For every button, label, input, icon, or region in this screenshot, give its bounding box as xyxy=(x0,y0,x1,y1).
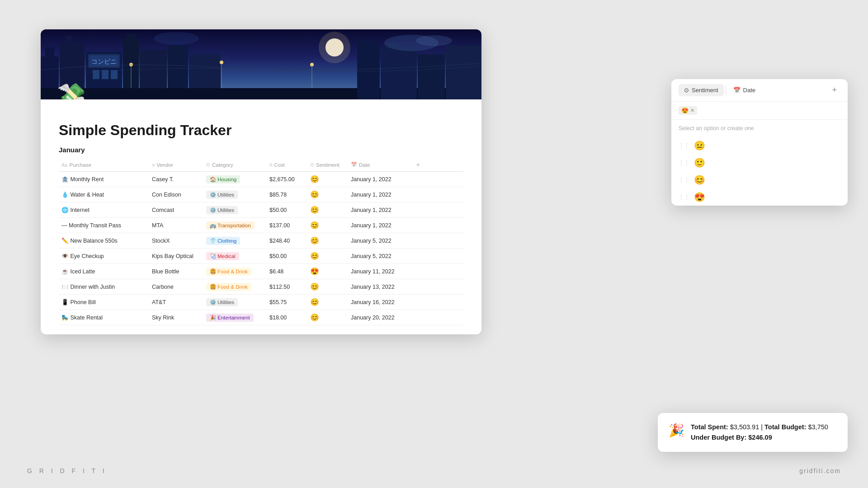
cell-sentiment[interactable]: 😊 xyxy=(307,234,348,247)
category-badge: ⚙️ Utilities xyxy=(206,206,238,214)
dropdown-search-row: 😍 ✕ xyxy=(671,102,848,120)
sentiment-emoji: 😊 xyxy=(310,298,319,306)
svg-rect-4 xyxy=(45,47,54,56)
dropdown-option[interactable]: ⋮⋮ 😊 xyxy=(671,171,848,188)
cat-label: Utilities xyxy=(217,207,234,213)
svg-rect-12 xyxy=(102,70,108,79)
remove-tag-button[interactable]: ✕ xyxy=(690,108,694,113)
sentiment-search-input[interactable] xyxy=(701,107,840,114)
tab-sentiment[interactable]: ⊙ Sentiment xyxy=(679,84,724,96)
table-row[interactable]: 🍽️ Dinner with Justin Carbone 🍔 Food & D… xyxy=(59,279,463,295)
cell-category[interactable]: 🚌 Transportation xyxy=(203,219,267,232)
cell-category[interactable]: 🩺 Medical xyxy=(203,250,267,263)
svg-rect-27 xyxy=(381,47,417,99)
svg-rect-6 xyxy=(66,36,72,43)
svg-point-21 xyxy=(129,63,133,66)
cell-sentiment[interactable]: 😊 xyxy=(307,296,348,309)
cell-category[interactable]: ⚙️ Utilities xyxy=(203,188,267,201)
table-row[interactable]: 💧 Water & Heat Con Edison ⚙️ Utilities $… xyxy=(59,187,463,202)
cat-icon: 🍔 xyxy=(210,284,216,290)
table-container: Aa Purchase ≡ Vendor ⊙ Category # Cost ⊙ xyxy=(59,158,463,325)
add-column-button[interactable]: + xyxy=(411,161,425,169)
dropdown-header: ⊙ Sentiment 📅 Date + xyxy=(671,79,848,102)
table-row[interactable]: ☕ Iced Latte Blue Bottle 🍔 Food & Drink … xyxy=(59,264,463,279)
category-icon: ⊙ xyxy=(206,162,210,168)
table-row[interactable]: 📱 Phone Bill AT&T ⚙️ Utilities $55.75 😊 … xyxy=(59,295,463,310)
cell-sentiment[interactable]: 😊 xyxy=(307,311,348,324)
cell-category[interactable]: ⚙️ Utilities xyxy=(203,204,267,216)
cell-vendor: Blue Bottle xyxy=(149,266,203,277)
cell-category[interactable]: 🍔 Food & Drink xyxy=(203,265,267,278)
cell-vendor: AT&T xyxy=(149,297,203,308)
budget-separator: | xyxy=(761,423,764,431)
svg-point-23 xyxy=(220,61,223,64)
table-body: 🏦 Monthly Rent Casey T. 🏠 Housing $2,675… xyxy=(59,172,463,325)
col-vendor: ≡ Vendor xyxy=(149,160,203,169)
cell-category[interactable]: 🏠 Housing xyxy=(203,173,267,186)
table-row[interactable]: 👁️ Eye Checkup Kips Bay Optical 🩺 Medica… xyxy=(59,249,463,264)
cell-purchase: ✏️ New Balance 550s xyxy=(59,235,149,246)
cell-cost: $55.75 xyxy=(267,297,307,308)
tab-date[interactable]: 📅 Date xyxy=(728,84,761,96)
cat-icon: ⚙️ xyxy=(210,192,216,198)
cell-sentiment[interactable]: 😊 xyxy=(307,203,348,216)
cell-category[interactable]: 🎉 Entertainment xyxy=(203,311,267,324)
cell-extra xyxy=(411,192,425,197)
cell-sentiment[interactable]: 😊 xyxy=(307,188,348,201)
sentiment-emoji: 😊 xyxy=(310,236,319,245)
cell-sentiment[interactable]: 😊 xyxy=(307,249,348,263)
drag-handle: ⋮⋮ xyxy=(679,194,689,200)
budget-text: Total Spent: $3,503.91 | Total Budget: $… xyxy=(691,422,828,443)
cell-purchase: 🌐 Internet xyxy=(59,204,149,216)
dropdown-option[interactable]: ⋮⋮ 😐 xyxy=(671,137,848,154)
cell-vendor: Kips Bay Optical xyxy=(149,251,203,262)
sentiment-col-icon: ⊙ xyxy=(310,162,314,168)
svg-point-33 xyxy=(154,32,199,45)
cat-icon: 🏠 xyxy=(210,176,216,183)
cell-category[interactable]: ⚙️ Utilities xyxy=(203,296,267,309)
svg-rect-26 xyxy=(357,41,380,99)
cell-purchase: 📱 Phone Bill xyxy=(59,296,149,308)
table-row[interactable]: ✏️ New Balance 550s StockX 👕 Clothing $2… xyxy=(59,233,463,249)
table-row[interactable]: 🛼 Skate Rental Sky Rink 🎉 Entertainment … xyxy=(59,310,463,325)
option-emoji: 😊 xyxy=(694,174,705,185)
table-row[interactable]: 🏦 Monthly Rent Casey T. 🏠 Housing $2,675… xyxy=(59,172,463,187)
cat-icon: ⚙️ xyxy=(210,207,216,213)
cell-sentiment[interactable]: 😊 xyxy=(307,219,348,232)
cell-extra xyxy=(411,300,425,305)
total-spent-value: $3,503.91 xyxy=(730,423,760,431)
cell-category[interactable]: 🍔 Food & Drink xyxy=(203,281,267,293)
cell-date: January 5, 2022 xyxy=(348,235,411,246)
table-row[interactable]: 🌐 Internet Comcast ⚙️ Utilities $50.00 😊… xyxy=(59,202,463,218)
cell-date: January 1, 2022 xyxy=(348,205,411,216)
add-property-button[interactable]: + xyxy=(828,84,840,97)
cell-extra xyxy=(411,315,425,320)
cell-category[interactable]: 👕 Clothing xyxy=(203,235,267,247)
svg-rect-30 xyxy=(446,45,481,99)
cell-date: January 13, 2022 xyxy=(348,282,411,292)
drag-handle: ⋮⋮ xyxy=(679,160,689,166)
cell-extra xyxy=(411,223,425,228)
option-emoji: 😍 xyxy=(694,192,705,202)
svg-text:コンビニ: コンビニ xyxy=(91,58,117,65)
total-budget-value: $3,750 xyxy=(808,423,828,431)
category-badge: 🎉 Entertainment xyxy=(206,314,254,322)
cell-sentiment[interactable]: 😊 xyxy=(307,173,348,186)
dropdown-option[interactable]: ⋮⋮ 😍 xyxy=(671,188,848,206)
page-content: Simple Spending Tracker January Aa Purch… xyxy=(41,99,481,334)
cell-purchase: ☕ Iced Latte xyxy=(59,266,149,277)
col-sentiment: ⊙ Sentiment xyxy=(307,160,348,169)
cell-purchase: 🍽️ Dinner with Justin xyxy=(59,281,149,292)
cat-icon: 🚌 xyxy=(210,222,216,229)
under-budget-value: $246.09 xyxy=(748,434,772,441)
cat-label: Entertainment xyxy=(217,315,250,320)
table-row[interactable]: — Monthly Transit Pass MTA 🚌 Transportat… xyxy=(59,218,463,233)
total-budget-label: Total Budget: xyxy=(764,423,806,431)
cell-date: January 11, 2022 xyxy=(348,266,411,277)
cat-label: Utilities xyxy=(217,192,234,197)
cell-sentiment[interactable]: 😍 xyxy=(307,265,348,278)
dropdown-option[interactable]: ⋮⋮ 🙂 xyxy=(671,154,848,171)
cell-cost: $50.00 xyxy=(267,251,307,262)
sentiment-tab-icon: ⊙ xyxy=(684,87,689,94)
cell-sentiment[interactable]: 😊 xyxy=(307,280,348,293)
